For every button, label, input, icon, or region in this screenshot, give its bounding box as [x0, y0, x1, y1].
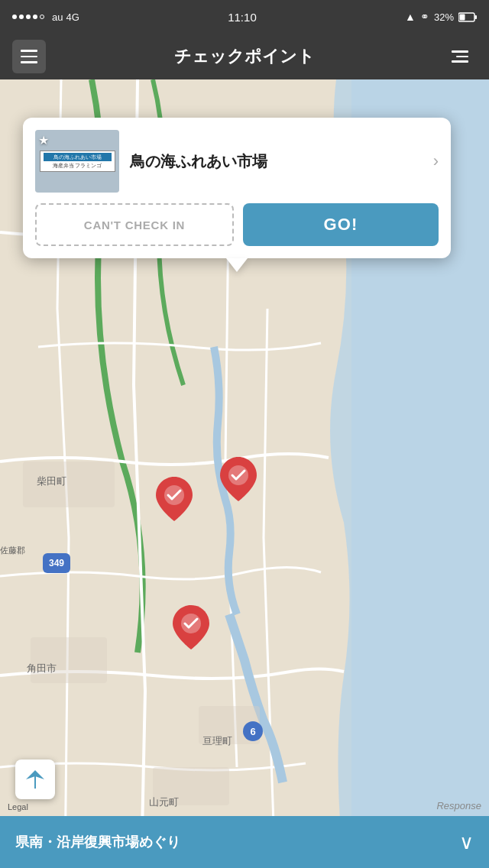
- bottom-bar-chevron-icon: ∨: [459, 831, 474, 854]
- map-pin-3[interactable]: [173, 605, 209, 649]
- carrier-label: au: [52, 11, 63, 23]
- list-icon: [452, 50, 468, 63]
- battery-icon: [458, 12, 477, 22]
- network-type: 4G: [66, 11, 79, 23]
- svg-text:佐藤郡: 佐藤郡: [0, 546, 25, 555]
- svg-text:山元町: 山元町: [149, 796, 179, 808]
- map-area[interactable]: 仙台市 柴田町 角田市 亘理町 山元町 佐藤郡 48 4 286 349 6: [0, 79, 489, 868]
- map-pin-2[interactable]: [220, 457, 257, 501]
- response-logo: Response: [436, 800, 481, 811]
- status-left: au 4G: [12, 11, 79, 23]
- svg-rect-1: [475, 15, 478, 19]
- svg-text:柴田町: 柴田町: [37, 475, 66, 487]
- popup-arrow-icon[interactable]: ›: [433, 151, 439, 171]
- go-button[interactable]: GO!: [243, 203, 439, 246]
- popup-card: 鳥の海ふれあい市場 海産弁当 フラミンゴ ★ 鳥の海ふれあい市場 › CAN'T…: [23, 118, 451, 258]
- road-badge-349: 349: [43, 553, 70, 573]
- signal-dots: [12, 15, 44, 19]
- thumb-sign-board: 鳥の海ふれあい市場 海産弁当 フラミンゴ: [40, 151, 115, 172]
- legal-text: Legal: [8, 802, 28, 811]
- svg-rect-7: [31, 637, 107, 683]
- location-button[interactable]: [15, 760, 55, 799]
- dot-2: [19, 15, 24, 19]
- bluetooth-icon: ⚭: [420, 11, 429, 23]
- bottom-bar-label: 県南・沿岸復興市場めぐり: [15, 833, 180, 851]
- star-badge: ★: [38, 133, 49, 147]
- venue-thumbnail: 鳥の海ふれあい市場 海産弁当 フラミンゴ ★: [35, 130, 119, 193]
- road-badge-6: 6: [243, 721, 263, 741]
- dot-3: [26, 15, 31, 19]
- hamburger-icon: [21, 50, 37, 63]
- location-icon: ▲: [405, 11, 416, 23]
- location-arrow-icon: [24, 769, 46, 790]
- thumb-sub-text: 海産弁当 フラミンゴ: [44, 162, 112, 170]
- svg-rect-2: [460, 14, 465, 20]
- popup-header: 鳥の海ふれあい市場 海産弁当 フラミンゴ ★ 鳥の海ふれあい市場 ›: [35, 130, 439, 193]
- cant-checkin-button[interactable]: CAN'T CHECK IN: [35, 203, 234, 246]
- status-right: ▲ ⚭ 32%: [405, 11, 477, 23]
- popup-title-area: 鳥の海ふれあい市場: [130, 151, 439, 171]
- thumb-blue-bar: 鳥の海ふれあい市場: [44, 153, 112, 161]
- bottom-bar[interactable]: 県南・沿岸復興市場めぐり ∨: [0, 816, 489, 868]
- dot-1: [12, 15, 17, 19]
- svg-text:亘理町: 亘理町: [202, 735, 232, 747]
- list-view-button[interactable]: [443, 40, 477, 73]
- dot-4: [33, 15, 37, 19]
- status-bar: au 4G 11:10 ▲ ⚭ 32%: [0, 0, 489, 34]
- page-title: チェックポイント: [174, 45, 315, 68]
- dot-5: [40, 15, 44, 19]
- venue-name: 鳥の海ふれあい市場: [130, 151, 439, 171]
- header: チェックポイント: [0, 34, 489, 79]
- svg-text:角田市: 角田市: [27, 662, 57, 674]
- status-time: 11:10: [228, 11, 257, 24]
- menu-button[interactable]: [12, 40, 46, 73]
- battery-label: 32%: [434, 11, 454, 23]
- popup-tail: [226, 258, 248, 272]
- popup-buttons: CAN'T CHECK IN GO!: [35, 203, 439, 246]
- map-pin-1[interactable]: [156, 477, 193, 521]
